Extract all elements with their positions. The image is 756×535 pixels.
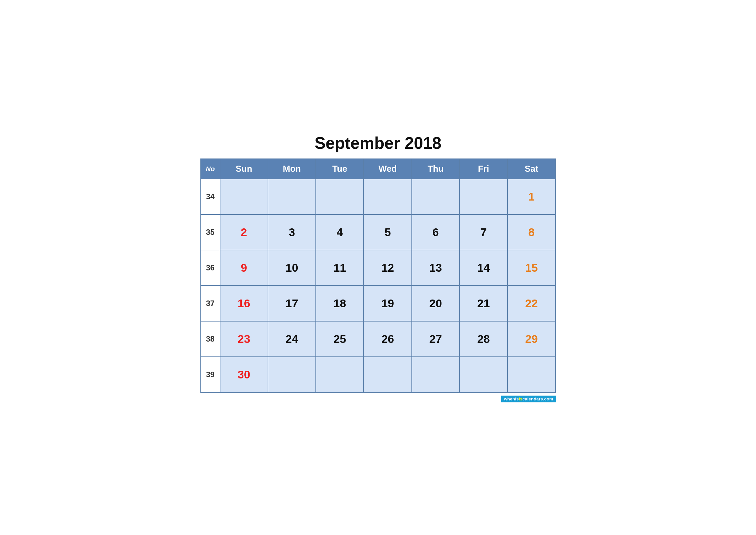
day-cell: 8 [507,214,555,250]
week-number: 39 [201,357,220,392]
day-cell [412,357,460,392]
day-cell [460,357,507,392]
day-cell: 11 [316,250,364,286]
calendar-title: September 2018 [201,134,556,153]
day-cell [316,179,364,214]
calendar-table: No Sun Mon Tue Wed Thu Fri Sat 341352345… [201,158,556,393]
day-cell: 21 [460,286,507,321]
header-fri: Fri [460,159,507,179]
header-mon: Mon [268,159,316,179]
day-cell: 16 [220,286,268,321]
day-cell [507,357,555,392]
header-tue: Tue [316,159,364,179]
week-row: 3823242526272829 [201,321,555,357]
website-link[interactable]: whenisiscalendars.com [501,396,556,402]
footer-link[interactable]: whenisiscalendars.com [201,397,556,401]
url-prefix: whenis [504,397,519,401]
day-cell: 3 [268,214,316,250]
day-cell: 20 [412,286,460,321]
day-cell: 25 [316,321,364,357]
week-row: 341 [201,179,555,214]
day-cell: 17 [268,286,316,321]
day-cell: 29 [507,321,555,357]
day-cell: 7 [460,214,507,250]
day-cell: 14 [460,250,507,286]
week-row: 352345678 [201,214,555,250]
calendar-body: 3413523456783691011121314153716171819202… [201,179,555,392]
day-cell: 26 [364,321,412,357]
day-cell: 2 [220,214,268,250]
week-number: 36 [201,250,220,286]
week-number: 37 [201,286,220,321]
day-cell [364,357,412,392]
week-row: 3930 [201,357,555,392]
url-suffix: calendars.com [522,397,553,401]
calendar-container: September 2018 No Sun Mon Tue Wed Thu Fr… [201,134,556,401]
header-sun: Sun [220,159,268,179]
day-cell: 4 [316,214,364,250]
day-cell: 18 [316,286,364,321]
header-thu: Thu [412,159,460,179]
day-cell: 23 [220,321,268,357]
day-cell: 28 [460,321,507,357]
day-cell: 10 [268,250,316,286]
day-cell: 15 [507,250,555,286]
week-number: 34 [201,179,220,214]
day-cell: 22 [507,286,555,321]
day-cell: 13 [412,250,460,286]
day-cell [364,179,412,214]
url-highlight: is [519,397,522,401]
day-cell: 27 [412,321,460,357]
day-cell: 30 [220,357,268,392]
day-cell [268,179,316,214]
day-cell: 1 [507,179,555,214]
header-row: No Sun Mon Tue Wed Thu Fri Sat [201,159,555,179]
week-row: 3716171819202122 [201,286,555,321]
day-cell: 5 [364,214,412,250]
day-cell [220,179,268,214]
day-cell [460,179,507,214]
header-sat: Sat [507,159,555,179]
day-cell: 9 [220,250,268,286]
day-cell [268,357,316,392]
day-cell: 24 [268,321,316,357]
day-cell: 19 [364,286,412,321]
week-row: 369101112131415 [201,250,555,286]
day-cell: 6 [412,214,460,250]
day-cell: 12 [364,250,412,286]
week-number: 35 [201,214,220,250]
header-no: No [201,159,220,179]
day-cell [316,357,364,392]
day-cell [412,179,460,214]
week-number: 38 [201,321,220,357]
header-wed: Wed [364,159,412,179]
